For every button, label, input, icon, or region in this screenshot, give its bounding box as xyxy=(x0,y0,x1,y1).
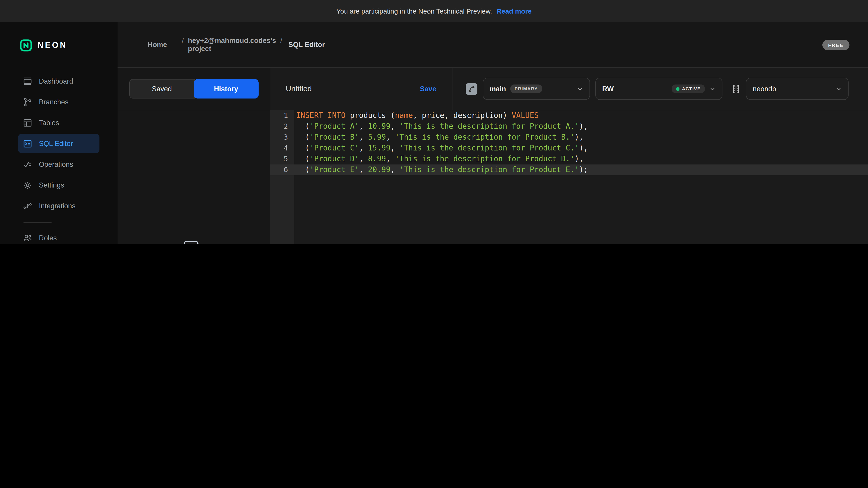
integrations-icon xyxy=(23,201,33,211)
active-badge: ACTIVE xyxy=(672,85,705,93)
operations-icon xyxy=(23,159,33,169)
plan-badge: FREE xyxy=(822,39,849,50)
history-list: Your history is empty xyxy=(118,110,270,244)
read-more-link[interactable]: Read more xyxy=(497,7,532,15)
line-number: 5 xyxy=(270,154,294,164)
database-cylinder-icon xyxy=(732,84,741,94)
sidebar-item-label: Tables xyxy=(39,119,59,127)
chevron-down-icon xyxy=(577,86,583,92)
database-select[interactable]: neondb xyxy=(746,78,848,100)
tables-icon xyxy=(23,118,33,128)
sidebar-item-settings[interactable]: Settings xyxy=(18,175,99,195)
sidebar-item-label: Operations xyxy=(39,160,73,168)
topbar: Home / hey+2@mahmoud.codes's project / S… xyxy=(118,22,868,68)
neon-logo-icon xyxy=(20,39,32,52)
sidebar-nav: Dashboard Branches xyxy=(0,71,118,244)
line-number: 3 xyxy=(270,132,294,143)
code-text: ('Product A', 10.99, 'This is the descri… xyxy=(294,121,588,132)
sql-editor-panel: Untitled Save main PRIMARY xyxy=(270,68,868,244)
history-panel: Saved History xyxy=(118,68,270,244)
sidebar-item-branches[interactable]: Branches xyxy=(18,92,99,111)
neon-console: You are participating in the Neon Techni… xyxy=(0,0,868,244)
endpoint-name: RW xyxy=(602,85,614,93)
save-button[interactable]: Save xyxy=(420,85,436,93)
breadcrumb-current: SQL Editor xyxy=(286,37,327,53)
code-text: INSERT INTO products (name, price, descr… xyxy=(294,110,539,121)
editor-toolbar: Untitled Save main PRIMARY xyxy=(270,68,868,110)
dashboard-icon xyxy=(23,76,33,86)
code-line[interactable]: 2 ('Product A', 10.99, 'This is the desc… xyxy=(270,121,868,132)
sidebar-item-integrations[interactable]: Integrations xyxy=(18,196,99,216)
query-tabs: Saved History xyxy=(118,68,270,110)
branch-select[interactable]: main PRIMARY xyxy=(483,78,590,100)
sidebar-item-tables[interactable]: Tables xyxy=(18,113,99,132)
branch-avatar-icon[interactable] xyxy=(466,83,477,95)
banner-text: You are participating in the Neon Techni… xyxy=(336,7,492,15)
sidebar-item-label: Dashboard xyxy=(39,77,73,85)
gear-icon xyxy=(23,180,33,190)
code-text: ('Product D', 8.99, 'This is the descrip… xyxy=(294,154,584,164)
branch-name: main xyxy=(490,85,506,93)
technical-preview-banner: You are participating in the Neon Techni… xyxy=(0,0,868,22)
sql-editor-icon xyxy=(23,138,33,149)
code-lines: 1INSERT INTO products (name, price, desc… xyxy=(270,110,868,175)
tab-saved[interactable]: Saved xyxy=(129,79,195,98)
code-text: ('Product B', 5.99, 'This is the descrip… xyxy=(294,132,584,143)
code-line[interactable]: 5 ('Product D', 8.99, 'This is the descr… xyxy=(270,154,868,164)
chevron-down-icon xyxy=(835,86,842,92)
sidebar-item-sql-editor[interactable]: SQL Editor xyxy=(18,134,99,153)
database-name: neondb xyxy=(753,85,776,93)
endpoint-select[interactable]: RW ACTIVE xyxy=(595,78,722,100)
code-text: ('Product C', 15.99, 'This is the descri… xyxy=(294,143,588,154)
history-empty-icon xyxy=(180,238,208,244)
chevron-down-icon xyxy=(709,86,716,92)
breadcrumb-home[interactable]: Home xyxy=(137,37,178,53)
users-icon xyxy=(23,233,33,243)
sidebar-item-label: Integrations xyxy=(39,202,75,210)
tab-history[interactable]: History xyxy=(194,79,258,98)
sidebar-item-label: SQL Editor xyxy=(39,139,73,148)
history-empty-state: Your history is empty xyxy=(160,238,227,244)
sidebar: NEON Dashboard Bran xyxy=(0,22,118,244)
branches-icon xyxy=(23,97,33,107)
connection-controls: main PRIMARY RW xyxy=(453,68,868,110)
sidebar-item-label: Branches xyxy=(39,98,68,106)
sidebar-divider xyxy=(24,222,52,223)
saved-history-toggle: Saved History xyxy=(129,79,258,98)
query-title-group: Untitled Save xyxy=(270,68,453,110)
code-text: ('Product E', 20.99, 'This is the descri… xyxy=(294,164,588,175)
status-dot xyxy=(676,87,679,91)
primary-badge: PRIMARY xyxy=(510,85,542,93)
line-number: 4 xyxy=(270,143,294,154)
neon-logo-text: NEON xyxy=(37,41,67,50)
line-number: 6 xyxy=(270,164,294,175)
query-title[interactable]: Untitled xyxy=(286,84,312,93)
breadcrumb-separator: / xyxy=(280,37,282,53)
neon-logo[interactable]: NEON xyxy=(20,39,118,52)
breadcrumb-project[interactable]: hey+2@mahmoud.codes's project xyxy=(188,37,276,53)
sidebar-item-roles[interactable]: Roles xyxy=(18,228,99,244)
breadcrumb: Home / hey+2@mahmoud.codes's project / S… xyxy=(137,37,327,53)
sidebar-item-label: Roles xyxy=(39,234,57,242)
sidebar-item-operations[interactable]: Operations xyxy=(18,155,99,174)
code-line[interactable]: 3 ('Product B', 5.99, 'This is the descr… xyxy=(270,132,868,143)
sidebar-item-label: Settings xyxy=(39,181,64,189)
line-number: 2 xyxy=(270,121,294,132)
line-number: 1 xyxy=(270,110,294,121)
sidebar-item-dashboard[interactable]: Dashboard xyxy=(18,71,99,91)
code-line[interactable]: 6 ('Product E', 20.99, 'This is the desc… xyxy=(270,164,868,175)
breadcrumb-separator: / xyxy=(182,37,184,53)
code-line[interactable]: 1INSERT INTO products (name, price, desc… xyxy=(270,110,868,121)
sql-code-editor[interactable]: 1INSERT INTO products (name, price, desc… xyxy=(270,110,868,244)
code-line[interactable]: 4 ('Product C', 15.99, 'This is the desc… xyxy=(270,143,868,154)
